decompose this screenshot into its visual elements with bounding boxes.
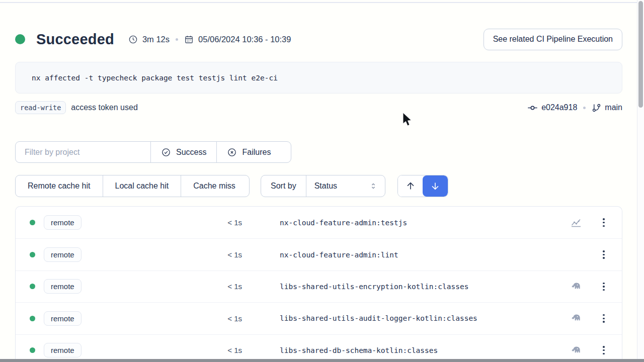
task-name[interactable]: libs-shared-utils-audit-logger-kotlin:cl… [280, 314, 477, 322]
task-menu-button[interactable] [597, 216, 610, 229]
command-box: nx affected -t typecheck package test te… [15, 62, 622, 94]
cache-filter-tabs: Remote cache hit Local cache hit Cache m… [15, 175, 250, 197]
task-menu-button[interactable] [597, 280, 610, 293]
sort-by-label: Sort by [261, 175, 306, 197]
status-dot [30, 316, 35, 321]
status-dot [30, 347, 35, 353]
status-dot [15, 34, 25, 44]
top-divider [0, 2, 644, 3]
sort-descending-button[interactable] [423, 175, 448, 197]
commit-icon [527, 103, 538, 113]
task-duration: < 1s [212, 314, 242, 323]
commit-hash[interactable]: e024a918 [541, 103, 577, 112]
task-duration: < 1s [212, 346, 242, 354]
tab-local-cache-hit[interactable]: Local cache hit [103, 175, 181, 197]
date-range-label: 05/06/2024 10:36 - 10:39 [198, 35, 291, 44]
calendar-icon [184, 35, 194, 44]
task-menu-button[interactable] [597, 344, 610, 357]
arrow-up-icon [405, 180, 416, 192]
sort-field-value: Status [314, 182, 337, 191]
clock-icon [128, 35, 138, 44]
branch-name[interactable]: main [605, 103, 622, 112]
page-title: Succeeded [36, 31, 114, 48]
scrollbar-track[interactable] [637, 0, 644, 362]
gradle-elephant-icon [570, 344, 583, 357]
cache-source-badge: remote [44, 279, 82, 294]
separator-dot [583, 107, 586, 109]
tab-remote-cache-hit[interactable]: Remote cache hit [16, 175, 103, 197]
run-header: Succeeded 3m 12s 05/06/2024 10:36 - 10:3… [15, 28, 622, 51]
tab-cache-miss[interactable]: Cache miss [181, 175, 248, 197]
task-list: remote < 1s nx-cloud-feature-admin:testj… [15, 206, 622, 359]
token-row: read-write access token used e024a918 ma… [15, 100, 622, 115]
separator-dot [176, 38, 178, 41]
gradle-elephant-icon [570, 312, 583, 325]
task-row[interactable]: remote < 1s libs-shared-utils-encryption… [16, 270, 622, 302]
window-bottom-edge [0, 359, 644, 362]
sort-ascending-button[interactable] [398, 175, 423, 197]
cache-source-badge: remote [44, 311, 82, 326]
gradle-elephant-icon [570, 280, 583, 293]
cache-source-badge: remote [44, 343, 82, 357]
sort-direction-toggle [397, 175, 448, 197]
failures-filter-button[interactable]: Failures [216, 142, 281, 162]
flaky-chart-icon [570, 216, 583, 229]
task-row[interactable]: remote < 1s libs-shared-utils-audit-logg… [16, 302, 622, 334]
git-branch-icon [592, 103, 601, 113]
filter-bar: Success Failures [15, 141, 291, 163]
date-meta: 05/06/2024 10:36 - 10:39 [184, 35, 291, 44]
scrollbar-thumb[interactable] [638, 1, 643, 108]
access-token-badge: read-write [15, 101, 66, 114]
failures-filter-label: Failures [242, 148, 271, 157]
success-filter-button[interactable]: Success [150, 142, 216, 162]
task-duration: < 1s [212, 282, 242, 291]
sort-field-select[interactable]: Status [306, 175, 385, 197]
chevron-updown-icon [369, 182, 378, 191]
command-text: nx affected -t typecheck package test te… [32, 74, 278, 82]
status-dot [30, 252, 35, 257]
task-name[interactable]: libs-shared-db-schema-kotlin:classes [280, 346, 438, 354]
access-token-text: access token used [71, 103, 138, 112]
task-row[interactable]: remote < 1s libs-shared-db-schema-kotlin… [16, 334, 622, 359]
task-row[interactable]: remote < 1s nx-cloud-feature-admin:lint [16, 238, 622, 270]
task-duration: < 1s [212, 250, 242, 259]
task-name[interactable]: libs-shared-utils-encryption-kotlin:clas… [280, 283, 468, 291]
x-circle-icon [227, 147, 237, 157]
vcs-info: e024a918 main [527, 103, 622, 113]
cache-source-badge: remote [44, 247, 82, 262]
task-duration: < 1s [212, 218, 242, 227]
check-circle-icon [161, 147, 171, 157]
cache-source-badge: remote [44, 215, 82, 230]
task-name[interactable]: nx-cloud-feature-admin:testjs [280, 219, 407, 227]
duration-label: 3m 12s [142, 35, 170, 44]
arrow-down-icon [430, 180, 441, 192]
sort-control: Sort by Status [261, 175, 385, 197]
task-menu-button[interactable] [597, 312, 610, 325]
status-dot [30, 284, 35, 289]
duration-meta: 3m 12s [128, 35, 170, 44]
task-name[interactable]: nx-cloud-feature-admin:lint [280, 251, 398, 259]
see-related-ci-pipeline-button[interactable]: See related CI Pipeline Execution [484, 29, 622, 50]
success-filter-label: Success [176, 148, 206, 157]
task-row[interactable]: remote < 1s nx-cloud-feature-admin:testj… [16, 207, 622, 238]
task-menu-button[interactable] [597, 248, 610, 261]
filter-by-project-input[interactable] [16, 142, 150, 162]
status-dot [30, 220, 35, 225]
